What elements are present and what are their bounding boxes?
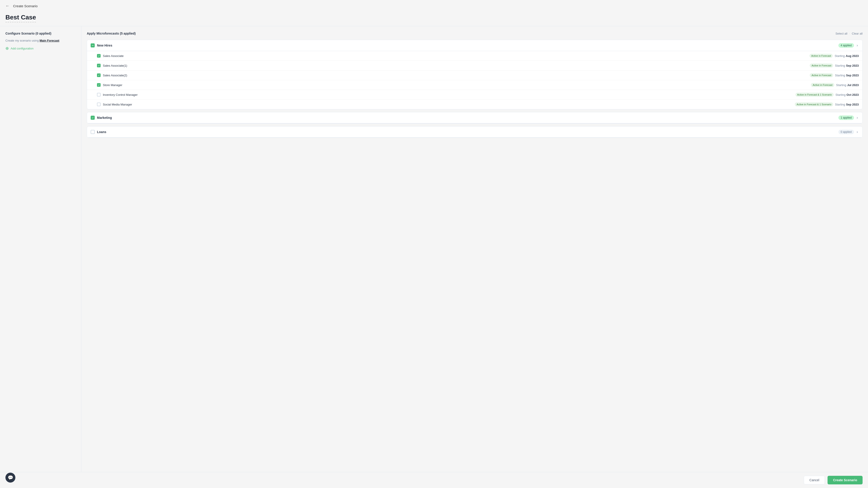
item-row-social-media-manager[interactable]: Social Media Manager Active in Forecast … [87, 100, 862, 109]
chevron-icon-marketing[interactable]: › [856, 116, 859, 120]
applied-badge-loans: 0 applied [838, 130, 854, 134]
check-icon: ✓ [98, 64, 100, 67]
starting-date-sales-associate: Aug 2023 [846, 54, 859, 58]
plus-circle-icon: ⊕ [5, 46, 9, 51]
status-badge-inventory-control-manager: Active in Forecast & 1 Scenario [796, 93, 834, 97]
scenario-name: Best Case [5, 14, 36, 22]
item-checkbox-store-manager[interactable]: ✓ [97, 83, 101, 87]
main-content: Configure Scenario (0 applied) Create my… [0, 26, 868, 485]
section-checkbox-marketing[interactable]: ✓ [91, 116, 95, 120]
item-row-sales-associate[interactable]: ✓ Sales Associate Active in Forecast Sta… [87, 51, 862, 61]
main-forecast-link[interactable]: Main Forecast [39, 39, 59, 42]
check-icon: ✓ [98, 84, 100, 87]
minus-icon: − [92, 44, 94, 47]
check-icon: ✓ [98, 74, 100, 77]
item-name-social-media-manager: Social Media Manager [103, 103, 795, 106]
status-badge-sales-associate-1: Active in Forecast [810, 64, 833, 68]
starting-label-inventory-control-manager: Starting [835, 93, 846, 96]
sections-container: − New Hires 4 applied › ✓ Sales Associat… [87, 40, 863, 138]
starting-label-social-media-manager: Starting [835, 103, 845, 106]
section-header-new-hires[interactable]: − New Hires 4 applied › [87, 40, 862, 51]
footer: Cancel Create Scenario [0, 472, 868, 488]
section-marketing: ✓ Marketing 1 applied › [87, 112, 863, 124]
create-scenario-button[interactable]: Create Scenario [828, 476, 863, 484]
item-name-store-manager: Store Manager [103, 84, 811, 87]
configure-scenario-title: Configure Scenario (0 applied) [5, 32, 76, 35]
cancel-button[interactable]: Cancel [804, 476, 825, 484]
section-name-new-hires: New Hires [97, 43, 838, 47]
section-header-loans[interactable]: Loans 0 applied › [87, 127, 862, 138]
section-name-loans: Loans [97, 130, 838, 134]
add-configuration-button[interactable]: ⊕ Add configuration [5, 46, 76, 51]
applied-badge-marketing: 1 applied [838, 116, 854, 120]
action-separator: · [849, 32, 850, 35]
starting-label-store-manager: Starting [836, 84, 846, 87]
section-checkbox-new-hires[interactable]: − [91, 43, 95, 47]
check-icon: ✓ [98, 55, 100, 57]
section-name-marketing: Marketing [97, 116, 838, 120]
starting-date-inventory-control-manager: Oct 2023 [846, 93, 859, 96]
status-badge-sales-associate: Active in Forecast [809, 54, 833, 58]
page: ← Create Scenario Best Case Configure Sc… [0, 0, 868, 488]
select-all-button[interactable]: Select all [835, 32, 847, 35]
status-badge-sales-associate-2: Active in Forecast [810, 73, 833, 77]
starting-label-sales-associate: Starting [835, 54, 845, 58]
item-checkbox-sales-associate-2[interactable]: ✓ [97, 73, 101, 77]
starting-date-sales-associate-2: Sep 2023 [846, 74, 859, 77]
chat-icon: 💬 [8, 475, 13, 480]
section-new-hires: − New Hires 4 applied › ✓ Sales Associat… [87, 40, 863, 109]
clear-all-button[interactable]: Clear all [852, 32, 863, 35]
section-header-marketing[interactable]: ✓ Marketing 1 applied › [87, 112, 862, 123]
section-loans: Loans 0 applied › [87, 126, 863, 138]
top-nav: ← Create Scenario [0, 0, 868, 12]
chevron-icon-new-hires[interactable]: › [856, 43, 859, 47]
status-badge-social-media-manager: Active in Forecast & 1 Scenario [795, 102, 833, 106]
item-name-sales-associate: Sales Associate [103, 54, 809, 58]
check-icon: ✓ [92, 116, 94, 119]
starting-label-sales-associate-1: Starting [835, 64, 845, 67]
chevron-icon-loans[interactable]: › [856, 130, 859, 134]
starting-date-store-manager: Jul 2023 [847, 84, 859, 87]
applied-badge-new-hires: 4 applied [838, 43, 854, 48]
item-checkbox-social-media-manager[interactable] [97, 103, 101, 106]
status-badge-store-manager: Active in Forecast [811, 83, 834, 87]
left-panel: Configure Scenario (0 applied) Create my… [0, 26, 81, 485]
right-panel: Apply Microforecasts (5 applied) Select … [81, 26, 868, 485]
starting-date-social-media-manager: Sep 2023 [846, 103, 859, 106]
item-name-inventory-control-manager: Inventory Control Manager [103, 93, 796, 96]
item-name-sales-associate-2: Sales Associate(2) [103, 74, 810, 77]
right-panel-header: Apply Microforecasts (5 applied) Select … [87, 32, 863, 35]
item-checkbox-sales-associate-1[interactable]: ✓ [97, 64, 101, 67]
item-row-sales-associate-1[interactable]: ✓ Sales Associate(1) Active in Forecast … [87, 61, 862, 70]
chat-button[interactable]: 💬 [5, 473, 16, 483]
item-row-store-manager[interactable]: ✓ Store Manager Active in Forecast Start… [87, 80, 862, 90]
page-title: Create Scenario [13, 4, 37, 8]
starting-date-sales-associate-1: Sep 2023 [846, 64, 859, 67]
right-panel-actions: Select all · Clear all [835, 32, 863, 35]
item-checkbox-inventory-control-manager[interactable] [97, 93, 101, 96]
scenario-title-section: Best Case [0, 12, 868, 26]
item-checkbox-sales-associate[interactable]: ✓ [97, 54, 101, 58]
section-checkbox-loans[interactable] [91, 130, 95, 134]
item-row-sales-associate-2[interactable]: ✓ Sales Associate(2) Active in Forecast … [87, 70, 862, 80]
create-using-label: Create my scenario using Main Forecast [5, 39, 76, 42]
item-name-sales-associate-1: Sales Associate(1) [103, 64, 810, 67]
item-row-inventory-control-manager[interactable]: Inventory Control Manager Active in Fore… [87, 90, 862, 100]
microforecasts-title: Apply Microforecasts (5 applied) [87, 32, 135, 35]
starting-label-sales-associate-2: Starting [835, 74, 845, 77]
back-button[interactable]: ← [5, 4, 9, 8]
